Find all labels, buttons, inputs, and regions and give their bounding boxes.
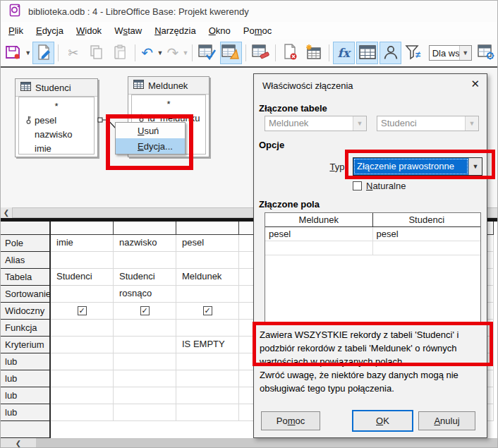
fields-cell[interactable]: pesel xyxy=(265,227,373,241)
fields-cell[interactable] xyxy=(373,241,481,255)
scroll-left-icon[interactable]: ❮ xyxy=(1,438,36,448)
grid-cell[interactable]: Studenci xyxy=(51,269,114,286)
grid-cell[interactable] xyxy=(51,337,114,353)
grid-cell[interactable]: pesel xyxy=(176,235,239,252)
redo-dropdown-arrow[interactable]: ▼ xyxy=(182,42,190,64)
field-row[interactable]: pesel xyxy=(19,113,94,127)
grid-column-header[interactable] xyxy=(176,222,239,235)
functions-toggle-button[interactable]: fx xyxy=(333,42,355,64)
fields-row[interactable]: pesel pesel xyxy=(265,227,480,241)
cancel-button[interactable]: Anuluj xyxy=(418,411,475,430)
visible-checkbox[interactable]: ✓ xyxy=(140,306,150,315)
undo-icon: ↶ xyxy=(141,46,153,60)
grid-cell[interactable]: imie xyxy=(51,235,114,252)
ok-button[interactable]: OK xyxy=(352,410,413,432)
distinct-values-toggle-button[interactable] xyxy=(379,42,401,64)
redo-button[interactable]: ↷ xyxy=(164,42,181,64)
grid-cell[interactable] xyxy=(176,320,239,337)
menu-narzedzia[interactable]: Narzędzia xyxy=(148,23,202,38)
copy-button[interactable] xyxy=(86,42,108,64)
field-row[interactable]: * xyxy=(132,97,205,111)
close-icon[interactable]: ✕ xyxy=(470,78,480,90)
fields-cell[interactable] xyxy=(265,241,373,255)
save-icon xyxy=(4,44,21,63)
grid-hscrollbar[interactable]: ❮ xyxy=(1,438,498,448)
table-properties-button[interactable] xyxy=(476,42,498,64)
dialog-title: Właściwości złączenia xyxy=(262,80,353,91)
grid-cell[interactable] xyxy=(176,404,239,421)
grid-cell[interactable] xyxy=(51,353,114,370)
table-view-toggle-button[interactable] xyxy=(356,42,378,64)
grid-cell[interactable]: ✓ xyxy=(114,303,176,320)
cut-button[interactable]: ✂ xyxy=(62,42,84,64)
grid-cell[interactable] xyxy=(176,353,239,370)
undo-dropdown-arrow[interactable]: ▼ xyxy=(156,42,164,64)
limit-combobox[interactable]: Dla wsz ▼ xyxy=(429,45,472,61)
close-document-button[interactable] xyxy=(279,42,301,64)
grid-cell[interactable] xyxy=(176,387,239,404)
field-row[interactable]: * xyxy=(19,99,94,113)
save-dropdown-arrow[interactable]: ▼ xyxy=(24,42,32,64)
natural-checkbox-row[interactable]: Naturalne xyxy=(353,181,406,191)
grid-cell[interactable] xyxy=(51,370,114,387)
grid-cell[interactable]: IS EMPTY xyxy=(176,337,239,353)
fields-row[interactable] xyxy=(265,241,480,255)
menu-okno[interactable]: Okno xyxy=(202,23,237,38)
edit-mode-button[interactable] xyxy=(32,42,54,64)
table-card-header[interactable]: Meldunek xyxy=(128,77,209,95)
grid-column-header[interactable] xyxy=(114,222,176,235)
visible-checkbox[interactable]: ✓ xyxy=(78,306,87,315)
grid-cell[interactable]: ✓ xyxy=(51,303,114,320)
undo-button[interactable]: ↶ xyxy=(139,42,155,64)
grid-cell[interactable]: ✓ xyxy=(176,303,239,320)
grid-cell[interactable] xyxy=(51,404,114,421)
fields-cell[interactable]: pesel xyxy=(373,227,481,241)
menu-pomoc[interactable]: Pomoc xyxy=(237,23,278,38)
grid-column-header[interactable] xyxy=(51,222,114,235)
grid-cell[interactable] xyxy=(176,286,239,303)
add-table-button[interactable] xyxy=(303,42,324,64)
grid-cell[interactable] xyxy=(114,353,176,370)
add-table-icon xyxy=(305,44,323,63)
grid-cell[interactable] xyxy=(51,320,114,337)
grid-corner-cell[interactable] xyxy=(1,222,51,235)
design-view-toggle-button[interactable] xyxy=(220,42,242,64)
menu-widok[interactable]: Widok xyxy=(70,23,108,38)
menu-wstaw[interactable]: Wstaw xyxy=(108,23,148,38)
menu-edycja[interactable]: Edycja xyxy=(30,23,70,38)
grid-cell[interactable] xyxy=(176,370,239,387)
grid-cell[interactable]: Studenci xyxy=(114,269,176,286)
grid-cell[interactable]: nazwisko xyxy=(114,235,176,252)
paste-icon xyxy=(112,44,128,62)
grid-cell[interactable] xyxy=(51,387,114,404)
run-query-button[interactable] xyxy=(196,42,218,64)
grid-cell[interactable] xyxy=(51,286,114,303)
visible-checkbox[interactable]: ✓ xyxy=(203,306,212,315)
grid-cell[interactable] xyxy=(51,252,114,269)
grid-cell[interactable]: Meldunek xyxy=(176,269,239,286)
field-label: pesel xyxy=(35,115,56,126)
scroll-left-icon[interactable]: ❮ xyxy=(1,207,12,218)
toolbar-separator xyxy=(135,44,135,61)
chevron-down-icon[interactable]: ▼ xyxy=(459,46,471,60)
grid-cell[interactable] xyxy=(176,252,239,269)
help-button[interactable]: Pomoc xyxy=(261,411,320,430)
row-label: lub xyxy=(1,387,51,404)
field-row[interactable]: nazwisko xyxy=(19,127,94,141)
paste-button[interactable] xyxy=(109,42,131,64)
grid-cell[interactable]: rosnąco xyxy=(114,286,176,303)
table-card-header[interactable]: Studenci xyxy=(16,79,97,97)
grid-cell[interactable] xyxy=(114,252,176,269)
grid-cell[interactable] xyxy=(114,320,176,337)
field-row[interactable]: imie xyxy=(19,141,94,155)
save-button[interactable] xyxy=(1,42,23,64)
grid-cell[interactable] xyxy=(114,387,176,404)
grid-cell[interactable] xyxy=(114,370,176,387)
natural-checkbox[interactable] xyxy=(353,181,362,190)
filter-button[interactable]: ≠ xyxy=(403,42,425,64)
table-card-studenci[interactable]: Studenci * pesel nazwisko imie xyxy=(15,78,98,157)
grid-cell[interactable] xyxy=(114,404,176,421)
menu-plik[interactable]: Plik xyxy=(2,23,30,38)
clear-query-button[interactable] xyxy=(250,42,272,64)
grid-cell[interactable] xyxy=(114,337,176,353)
